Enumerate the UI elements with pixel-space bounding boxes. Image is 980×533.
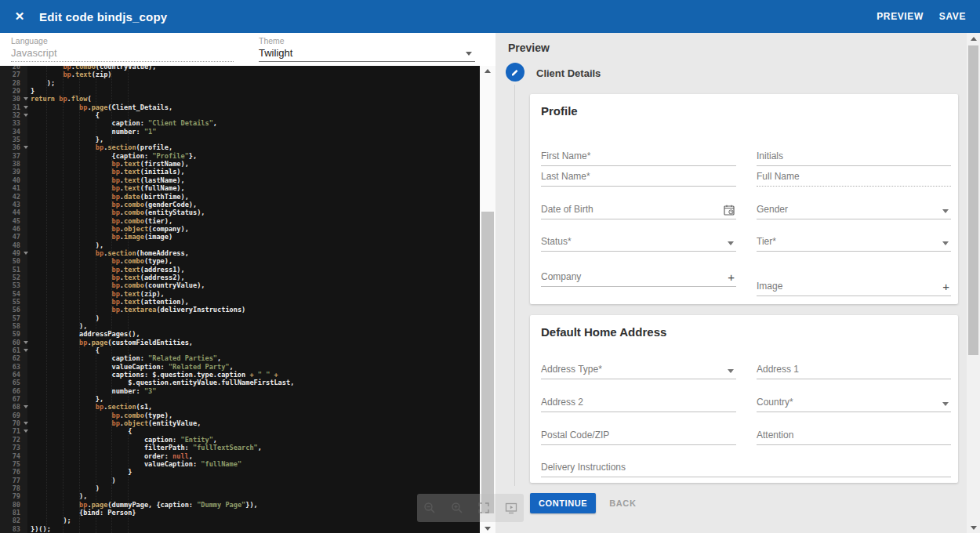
present-button[interactable] [503,500,519,516]
scroll-down-icon[interactable] [967,523,980,532]
code-line[interactable]: 70 bp.object(entityValue, [0,419,480,427]
code-line[interactable]: 77 ) [0,477,480,484]
code-line[interactable]: 62 caption: "Related Parties", [0,354,480,362]
code-line[interactable]: 83})(); [0,525,480,533]
field-select[interactable]: Tier* [757,234,951,252]
dropdown-caret-icon[interactable] [942,241,949,245]
continue-button[interactable]: CONTINUE [530,493,596,513]
fold-widget-icon[interactable] [22,419,31,427]
field-text[interactable]: Delivery Instructions [541,460,951,477]
dropdown-caret-icon[interactable] [942,402,949,406]
field-select[interactable]: Address Type* [541,362,736,379]
field-select[interactable]: Country* [757,395,951,412]
code-line[interactable]: 66 number: "3" [0,387,480,395]
fold-widget-icon[interactable] [22,143,31,151]
field-date[interactable]: Date of Birth [541,202,736,219]
field-text[interactable]: Address 1 [757,362,951,379]
field-text[interactable]: Initials [757,149,951,166]
scroll-down-icon[interactable] [480,524,495,533]
field-select[interactable]: Status* [541,234,736,252]
close-button[interactable]: ✕ [11,8,28,25]
code-line[interactable]: 45 bp.combo(tier), [0,217,480,225]
code-line[interactable]: 59 addressPages(), [0,330,480,338]
field-text[interactable]: Last Name* [541,169,736,187]
code-editor[interactable]: 26 bp.combo(countryValue),27 bp.text(zip… [0,66,480,533]
scroll-up-icon[interactable] [480,66,495,75]
code-line[interactable]: 38 bp.text(firstName), [0,160,480,168]
dropdown-caret-icon[interactable] [728,369,734,373]
preview-scrollbar[interactable] [967,33,980,533]
code-line[interactable]: 47 bp.image(image) [0,233,480,241]
code-line[interactable]: 51 bp.text(address1), [0,266,480,274]
preview-scrollbar-thumb[interactable] [968,45,978,355]
code-line[interactable]: 43 bp.combo(genderCode), [0,201,480,208]
code-line[interactable]: 82 ); [0,517,480,524]
field-add[interactable]: Company+ [541,270,736,287]
fold-widget-icon[interactable] [22,111,31,119]
field-readonly[interactable]: Full Name [757,169,951,187]
code-line[interactable]: 28 ); [0,79,480,87]
code-line[interactable]: 75 valueCaption: "fullName" [0,460,480,468]
dropdown-caret-icon[interactable] [728,241,734,245]
dropdown-caret-icon[interactable] [942,209,949,213]
code-line[interactable]: 79 ), [0,492,480,500]
code-line[interactable]: 64 captions: $.question.type.caption + "… [0,371,480,379]
fold-widget-icon[interactable] [22,427,31,435]
field-text[interactable]: Postal Code/ZIP [541,428,736,445]
code-line[interactable]: 69 bp.combo(type), [0,412,480,419]
code-line[interactable]: 74 order: null, [0,452,480,460]
code-line[interactable]: 56 bp.textarea(deliveryInstructions) [0,306,480,314]
code-line[interactable]: 68 bp.section(s1, [0,403,480,411]
code-line[interactable]: 61 { [0,346,480,354]
code-line[interactable]: 55 bp.text(attention), [0,298,480,306]
add-icon[interactable]: + [728,270,735,284]
code-line[interactable]: 76 } [0,468,480,476]
code-line[interactable]: 30return bp.flow( [0,95,480,103]
code-line[interactable]: 52 bp.text(address2), [0,274,480,281]
code-line[interactable]: 48 ), [0,241,480,249]
code-line[interactable]: 71 { [0,427,480,435]
zoom-out-button[interactable] [422,500,437,516]
code-line[interactable]: 81 {bind: Person} [0,509,480,517]
chevron-down-icon[interactable] [466,52,472,56]
fold-widget-icon[interactable] [22,346,31,354]
code-line[interactable]: 49 bp.section(homeAddress, [0,249,480,257]
add-icon[interactable]: + [942,280,949,293]
code-line[interactable]: 46 bp.object(company), [0,225,480,233]
fold-widget-icon[interactable] [22,95,31,103]
save-button[interactable]: SAVE [931,5,974,28]
code-line[interactable]: 58 ), [0,322,480,330]
code-line[interactable]: 41 bp.text(fullName), [0,184,480,192]
code-line[interactable]: 40 bp.text(lastName), [0,176,480,184]
code-line[interactable]: 60 bp.page(customFieldEntities, [0,339,480,346]
preview-button[interactable]: PREVIEW [869,5,931,28]
editor-scrollbar-thumb[interactable] [481,212,494,513]
back-button[interactable]: BACK [609,499,636,508]
field-text[interactable]: Address 2 [541,395,736,412]
fold-widget-icon[interactable] [22,249,31,257]
code-line[interactable]: 31 bp.page(Client_Details, [0,103,480,111]
code-line[interactable]: 33 caption: "Client Details", [0,119,480,127]
code-line[interactable]: 37 {caption: "Profile"}, [0,152,480,160]
code-line[interactable]: 80 bp.page(dummyPage, {caption: "Dummy P… [0,501,480,509]
code-line[interactable]: 27 bp.text(zip) [0,71,480,78]
code-line[interactable]: 32 { [0,111,480,119]
code-line[interactable]: 39 bp.text(initials), [0,168,480,176]
field-add[interactable]: Image+ [757,279,951,296]
code-line[interactable]: 54 bp.text(zip), [0,290,480,298]
code-line[interactable]: 42 bp.date(birthTime), [0,193,480,201]
fold-widget-icon[interactable] [22,403,31,411]
code-line[interactable]: 57 ) [0,314,480,322]
field-select[interactable]: Gender [757,202,951,219]
code-line[interactable]: 73 filterPath: "fullTextSearch", [0,444,480,451]
code-line[interactable]: 50 bp.combo(type), [0,257,480,265]
fold-widget-icon[interactable] [22,103,31,111]
code-line[interactable]: 36 bp.section(profile, [0,143,480,151]
code-line[interactable]: 44 bp.combo(entityStatus), [0,208,480,216]
field-text[interactable]: Attention [757,428,951,445]
editor-scrollbar[interactable] [480,66,495,533]
zoom-in-button[interactable] [449,500,465,516]
field-text[interactable]: First Name* [541,149,736,166]
code-line[interactable]: 65 $.question.entityValue.fullNameFirstL… [0,379,480,386]
code-line[interactable]: 63 valueCaption: "Related Party", [0,363,480,371]
